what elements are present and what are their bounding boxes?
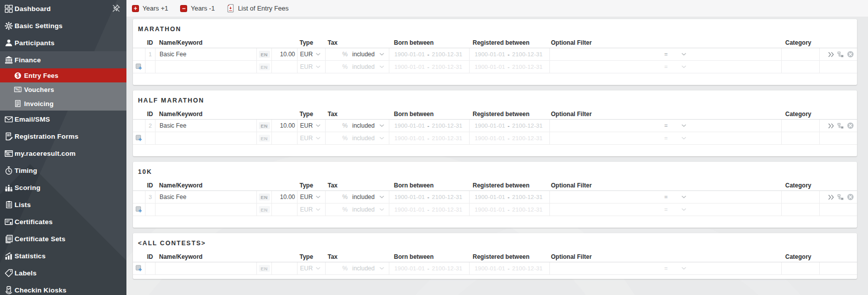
add-row-icon[interactable]: [135, 135, 142, 142]
registered-to-date[interactable]: 2100-12-31: [512, 51, 543, 57]
optional-filter-input[interactable]: =: [549, 132, 781, 144]
currency-select[interactable]: EUR: [297, 262, 325, 274]
category-input[interactable]: [781, 132, 819, 144]
sidebar-item-scoring[interactable]: Scoring: [0, 179, 126, 196]
registered-to-date[interactable]: 2100-12-31: [512, 123, 543, 129]
sidebar-item-certificates[interactable]: Certificates: [0, 213, 126, 230]
amount-input[interactable]: [271, 61, 297, 73]
name-keyword-input[interactable]: Basic Fee: [155, 191, 256, 203]
category-input[interactable]: [781, 61, 819, 73]
toolbar-button-years-1[interactable]: −Years -1: [180, 5, 215, 12]
born-to-date[interactable]: 2100-12-31: [432, 135, 463, 141]
born-from-date[interactable]: 1900-01-01: [394, 265, 425, 271]
expand-row-icon[interactable]: [828, 52, 834, 57]
registered-between-inputs[interactable]: 1900-01-01-2100-12-31: [469, 262, 549, 274]
category-input[interactable]: [781, 204, 819, 216]
delete-row-icon[interactable]: [847, 193, 854, 201]
born-between-inputs[interactable]: 1900-01-01-2100-12-31: [389, 61, 469, 73]
filter-operator-select[interactable]: =: [664, 265, 668, 271]
add-row-icon[interactable]: [135, 206, 142, 213]
born-to-date[interactable]: 2100-12-31: [432, 207, 463, 213]
tax-percent-input[interactable]: %: [326, 206, 348, 213]
tax-mode-select[interactable]: included: [352, 193, 375, 201]
add-row-icon[interactable]: [135, 63, 142, 70]
tax-mode-select[interactable]: included: [352, 122, 375, 129]
registered-from-date[interactable]: 1900-01-01: [475, 265, 505, 271]
optional-filter-input[interactable]: =: [549, 48, 781, 60]
born-to-date[interactable]: 2100-12-31: [432, 123, 463, 129]
tax-mode-select[interactable]: included: [352, 206, 375, 213]
filter-operator-select[interactable]: =: [664, 135, 668, 141]
expand-row-icon[interactable]: [828, 194, 834, 200]
born-to-date[interactable]: 2100-12-31: [432, 64, 463, 70]
category-input[interactable]: [781, 262, 819, 274]
tax-mode-select[interactable]: included: [352, 63, 375, 70]
sidebar-item-lists[interactable]: Lists: [0, 196, 126, 213]
filter-operator-select[interactable]: =: [664, 194, 668, 200]
currency-select[interactable]: EUR: [297, 204, 325, 216]
name-keyword-input[interactable]: Basic Fee: [155, 120, 256, 132]
filter-operator-select[interactable]: =: [664, 123, 668, 129]
born-from-date[interactable]: 1900-01-01: [394, 135, 425, 141]
tax-mode-select[interactable]: included: [352, 265, 375, 272]
registered-from-date[interactable]: 1900-01-01: [475, 123, 505, 129]
sidebar-item-my-raceresult-com[interactable]: my.raceresult.com: [0, 145, 126, 162]
sidebar-item-statistics[interactable]: Statistics: [0, 247, 126, 264]
currency-select[interactable]: EUR: [297, 48, 325, 60]
optional-filter-input[interactable]: =: [549, 120, 781, 132]
sidebar-item-registration-forms[interactable]: Registration Forms: [0, 128, 126, 145]
optional-filter-input[interactable]: =: [549, 262, 781, 274]
tax-percent-input[interactable]: %: [326, 122, 348, 129]
registered-from-date[interactable]: 1900-01-01: [475, 51, 505, 57]
sidebar-item-participants[interactable]: Participants: [0, 34, 126, 51]
sidebar-item-certificate-sets[interactable]: Certificate Sets: [0, 230, 126, 247]
add-row-icon[interactable]: [135, 265, 142, 272]
registered-between-inputs[interactable]: 1900-01-01-2100-12-31: [469, 132, 549, 144]
tax-percent-input[interactable]: %: [326, 51, 348, 58]
amount-input[interactable]: [271, 262, 297, 274]
registered-between-inputs[interactable]: 1900-01-01-2100-12-31: [469, 120, 549, 132]
category-input[interactable]: [781, 191, 819, 203]
fee-subitems-icon[interactable]: [837, 194, 844, 201]
currency-select[interactable]: EUR: [297, 191, 325, 203]
registered-from-date[interactable]: 1900-01-01: [475, 194, 505, 200]
born-between-inputs[interactable]: 1900-01-01-2100-12-31: [389, 120, 469, 132]
currency-select[interactable]: EUR: [297, 132, 325, 144]
currency-select[interactable]: EUR: [297, 120, 325, 132]
born-between-inputs[interactable]: 1900-01-01-2100-12-31: [389, 204, 469, 216]
sidebar-item-dashboard[interactable]: Dashboard: [0, 0, 126, 17]
registered-from-date[interactable]: 1900-01-01: [475, 207, 505, 213]
born-to-date[interactable]: 2100-12-31: [432, 51, 463, 57]
sidebar-item-invoicing[interactable]: Invoicing: [0, 96, 126, 111]
amount-input[interactable]: [271, 204, 297, 216]
born-between-inputs[interactable]: 1900-01-01-2100-12-31: [389, 48, 469, 60]
sidebar-item-email-sms[interactable]: Email/SMS: [0, 111, 126, 128]
born-from-date[interactable]: 1900-01-01: [394, 51, 425, 57]
registered-from-date[interactable]: 1900-01-01: [475, 64, 505, 70]
tax-percent-input[interactable]: %: [326, 135, 348, 142]
sidebar-item-timing[interactable]: Timing: [0, 162, 126, 179]
born-from-date[interactable]: 1900-01-01: [394, 194, 425, 200]
tax-mode-select[interactable]: included: [352, 135, 375, 142]
optional-filter-input[interactable]: =: [549, 191, 781, 203]
sidebar-item-vouchers[interactable]: %Vouchers: [0, 82, 126, 96]
registered-between-inputs[interactable]: 1900-01-01-2100-12-31: [469, 204, 549, 216]
amount-input[interactable]: 10.00: [271, 48, 297, 60]
born-between-inputs[interactable]: 1900-01-01-2100-12-31: [389, 262, 469, 274]
expand-row-icon[interactable]: [828, 123, 834, 129]
currency-select[interactable]: EUR: [297, 61, 325, 73]
delete-row-icon[interactable]: [847, 51, 854, 58]
sidebar-item-finance[interactable]: Finance: [0, 51, 126, 68]
unpin-icon[interactable]: [112, 4, 120, 15]
registered-to-date[interactable]: 2100-12-31: [512, 64, 543, 70]
name-keyword-input[interactable]: Basic Fee: [155, 48, 256, 60]
registered-between-inputs[interactable]: 1900-01-01-2100-12-31: [469, 48, 549, 60]
name-keyword-input[interactable]: [155, 262, 256, 274]
born-from-date[interactable]: 1900-01-01: [394, 64, 425, 70]
born-between-inputs[interactable]: 1900-01-01-2100-12-31: [389, 132, 469, 144]
registered-to-date[interactable]: 2100-12-31: [512, 194, 543, 200]
toolbar-button-list-of-entry-fees[interactable]: List of Entry Fees: [227, 4, 288, 13]
registered-to-date[interactable]: 2100-12-31: [512, 207, 543, 213]
category-input[interactable]: [781, 48, 819, 60]
delete-row-icon[interactable]: [847, 122, 854, 129]
